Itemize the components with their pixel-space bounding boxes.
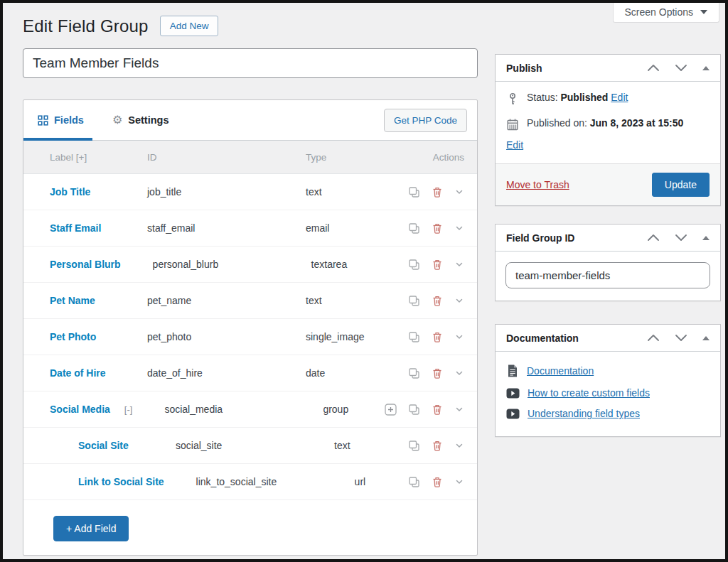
field-row[interactable]: Social Site social_site text — [23, 428, 477, 464]
field-id: job_title — [147, 186, 274, 198]
fields-table-header: Label [+] ID Type Actions — [23, 141, 477, 174]
field-label-text[interactable]: Job Title — [50, 186, 90, 198]
field-label-text[interactable]: Social Media — [50, 404, 110, 415]
documentation-link[interactable]: Understanding field types — [528, 408, 640, 419]
field-row[interactable]: Job Title job_title text — [23, 174, 477, 210]
field-label-link[interactable]: Social Media[-] — [50, 404, 132, 415]
duplicate-icon[interactable] — [408, 186, 420, 198]
duplicate-icon[interactable] — [408, 404, 420, 416]
update-button[interactable]: Update — [652, 173, 710, 197]
move-up-icon[interactable] — [647, 334, 660, 342]
move-down-icon[interactable] — [675, 334, 687, 342]
documentation-link[interactable]: How to create custom fields — [528, 387, 650, 399]
duplicate-icon[interactable] — [408, 476, 420, 488]
field-actions — [408, 186, 464, 198]
field-label-text[interactable]: Pet Photo — [50, 331, 96, 342]
field-row[interactable]: Social Media[-] social_media group — [23, 391, 477, 428]
chevron-down-icon[interactable] — [454, 368, 464, 378]
page-title: Edit Field Group — [23, 16, 149, 36]
chevron-down-icon[interactable] — [454, 223, 464, 233]
chevron-down-icon[interactable] — [454, 187, 464, 197]
collapse-toggle-icon[interactable] — [702, 236, 710, 240]
duplicate-icon[interactable] — [408, 295, 420, 307]
chevron-down-icon[interactable] — [454, 404, 464, 414]
get-php-code-button[interactable]: Get PHP Code — [384, 109, 467, 132]
field-id: link_to_social_site — [196, 476, 323, 487]
delete-icon[interactable] — [432, 331, 443, 343]
duplicate-icon[interactable] — [408, 222, 420, 234]
field-label-text[interactable]: Social Site — [78, 440, 129, 451]
field-label-text[interactable]: Date of Hire — [50, 367, 106, 379]
delete-icon[interactable] — [432, 295, 443, 307]
delete-icon[interactable] — [432, 186, 443, 198]
tab-settings[interactable]: ⚙ Settings — [102, 100, 178, 140]
move-down-icon[interactable] — [675, 234, 687, 242]
delete-icon[interactable] — [432, 440, 443, 452]
edit-date-link[interactable]: Edit — [506, 139, 523, 151]
field-label-link[interactable]: Date of Hire — [50, 367, 115, 379]
move-to-trash-link[interactable]: Move to Trash — [506, 179, 569, 190]
move-up-icon[interactable] — [647, 64, 660, 72]
field-label-link[interactable]: Job Title — [50, 186, 115, 198]
field-label-link[interactable]: Social Site — [78, 440, 144, 451]
chevron-down-icon[interactable] — [454, 296, 464, 306]
field-group-id-body — [496, 252, 720, 301]
add-new-button[interactable]: Add New — [160, 16, 219, 36]
field-label-text[interactable]: Staff Email — [50, 222, 101, 234]
field-actions — [408, 476, 464, 488]
delete-icon[interactable] — [432, 259, 443, 271]
chevron-down-icon[interactable] — [454, 259, 464, 269]
field-label-link[interactable]: Pet Photo — [50, 331, 115, 342]
video-icon — [506, 388, 520, 399]
field-row[interactable]: Staff Email staff_email email — [23, 210, 477, 247]
field-label-link[interactable]: Staff Email — [50, 222, 115, 234]
add-field-button[interactable]: + Add Field — [53, 516, 129, 541]
delete-icon[interactable] — [432, 476, 443, 488]
column-header-actions: Actions — [433, 152, 464, 163]
tab-fields[interactable]: Fields — [23, 100, 92, 140]
add-field-area: + Add Field — [23, 500, 477, 555]
collapse-indicator[interactable]: [-] — [124, 404, 133, 415]
published-on-text: Published on: Jun 8, 2023 at 15:50 — [527, 117, 683, 129]
screen-options-button[interactable]: Screen Options — [613, 3, 720, 23]
field-group-title-input[interactable] — [23, 48, 478, 78]
documentation-link-row: Understanding field types — [506, 408, 710, 419]
documentation-body: Documentation How to create custom field… — [496, 352, 720, 436]
chevron-down-icon[interactable] — [454, 477, 464, 487]
field-label-link[interactable]: Pet Name — [50, 295, 115, 306]
documentation-link[interactable]: Documentation — [527, 365, 594, 377]
edit-status-link[interactable]: Edit — [611, 92, 628, 103]
field-label-link[interactable]: Personal Blurb — [50, 259, 121, 270]
collapse-toggle-icon[interactable] — [702, 66, 710, 70]
delete-icon[interactable] — [432, 222, 443, 234]
field-row[interactable]: Pet Name pet_name text — [23, 283, 477, 319]
field-id: personal_blurb — [153, 259, 279, 270]
collapse-toggle-icon[interactable] — [702, 336, 710, 340]
chevron-down-icon[interactable] — [454, 441, 464, 450]
field-row[interactable]: Pet Photo pet_photo single_image — [23, 319, 477, 355]
field-actions — [408, 295, 464, 307]
field-label-text[interactable]: Personal Blurb — [50, 259, 121, 270]
field-row[interactable]: Personal Blurb personal_blurb textarea — [23, 247, 477, 283]
field-id: social_site — [176, 440, 302, 451]
status-text: Status: Published Edit — [527, 92, 628, 103]
move-down-icon[interactable] — [675, 64, 687, 72]
duplicate-icon[interactable] — [408, 440, 420, 452]
chevron-down-icon[interactable] — [454, 332, 464, 342]
delete-icon[interactable] — [432, 404, 443, 416]
field-row[interactable]: Link to Social Site link_to_social_site … — [23, 464, 477, 500]
field-label-link[interactable]: Link to Social Site — [78, 476, 164, 487]
field-label-text[interactable]: Pet Name — [50, 295, 95, 306]
field-row[interactable]: Date of Hire date_of_hire date — [23, 355, 477, 391]
add-subfield-icon[interactable] — [385, 404, 397, 416]
field-id: social_media — [164, 404, 291, 415]
video-icon — [506, 409, 520, 419]
duplicate-icon[interactable] — [408, 367, 420, 379]
move-up-icon[interactable] — [647, 234, 660, 242]
field-group-id-input[interactable] — [505, 262, 710, 288]
field-label-text[interactable]: Link to Social Site — [78, 476, 164, 487]
duplicate-icon[interactable] — [408, 259, 420, 271]
delete-icon[interactable] — [432, 367, 443, 379]
field-group-id-title: Field Group ID — [506, 232, 574, 244]
duplicate-icon[interactable] — [408, 331, 420, 343]
